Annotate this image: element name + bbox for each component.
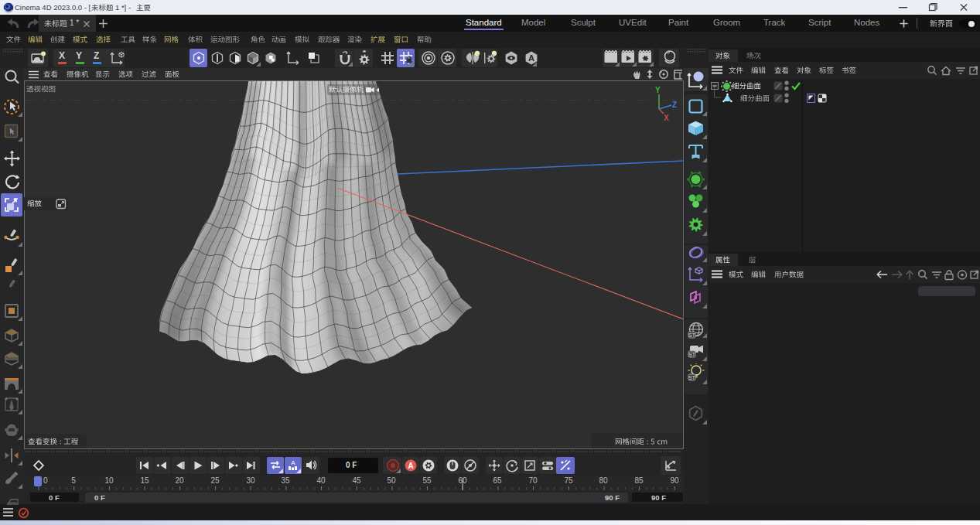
svg-text:A: A <box>408 462 413 470</box>
svg-text:Z: Z <box>672 101 677 109</box>
svg-text:ST: ST <box>688 352 695 357</box>
svg-text:ST: ST <box>688 375 695 380</box>
svg-text:ST: ST <box>688 332 695 338</box>
svg-text:A: A <box>291 459 295 466</box>
svg-text:Y: Y <box>655 86 661 94</box>
svg-text:X: X <box>664 114 669 122</box>
